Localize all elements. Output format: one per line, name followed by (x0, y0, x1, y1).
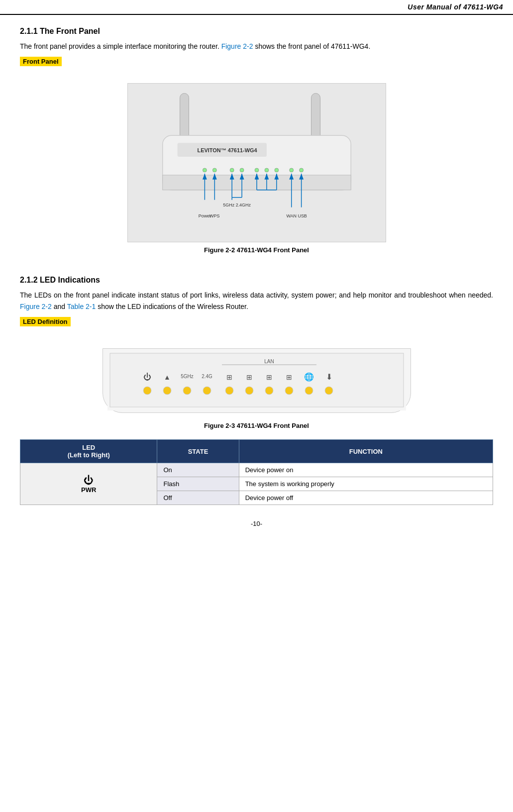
svg-point-49 (143, 387, 151, 395)
svg-text:⊞: ⊞ (266, 373, 272, 381)
svg-text:⊞: ⊞ (246, 373, 252, 381)
table-row-pwr-on: ⏻ PWR On Device power on (20, 463, 493, 477)
svg-text:🌐: 🌐 (304, 372, 314, 382)
svg-point-57 (305, 387, 313, 395)
col-state-header: STATE (157, 440, 239, 463)
para-text-cont: shows the front panel of 47611-WG4. (255, 42, 370, 50)
svg-rect-3 (180, 94, 189, 141)
page-number: -10- (20, 520, 493, 527)
para-212-mid: and (54, 303, 65, 310)
figure-2-3-caption: Figure 2-3 47611-WG4 Front Panel (204, 422, 309, 429)
state-flash: Flash (157, 477, 239, 491)
svg-text:2.4G: 2.4G (202, 374, 212, 379)
router-image: LEVITON™ 47611-WG4 (127, 83, 386, 242)
section-212-heading: 2.1.2 LED Indications (20, 276, 493, 285)
svg-point-15 (274, 168, 278, 172)
svg-point-56 (285, 387, 293, 395)
label-box-led: LED Definition (20, 317, 71, 326)
func-off: Device power off (239, 491, 493, 505)
svg-point-12 (240, 168, 244, 172)
para-212-end: show the LED indications of the Wireless… (98, 303, 248, 310)
para-212-start: The LEDs on the front panel indicate ins… (20, 291, 493, 299)
svg-point-55 (265, 387, 273, 395)
led-definition-label: LED Definition (20, 317, 493, 333)
svg-text:⊞: ⊞ (226, 373, 232, 381)
main-content: 2.1.1 The Front Panel The front panel pr… (0, 15, 513, 547)
section-211-heading: 2.1.1 The Front Panel (20, 27, 493, 36)
col-function-header: FUNCTION (239, 440, 493, 463)
para-text: The front panel provides a simple interf… (20, 42, 219, 50)
pwr-label: PWR (81, 486, 96, 494)
svg-text:▲: ▲ (164, 373, 171, 381)
svg-point-11 (230, 168, 234, 172)
page-header: User Manual of 47611-WG4 (0, 0, 513, 15)
svg-point-13 (255, 168, 259, 172)
figure-link-2[interactable]: Figure 2-2 (20, 303, 52, 310)
svg-rect-4 (311, 94, 320, 141)
svg-point-54 (245, 387, 253, 395)
figure-link-1[interactable]: Figure 2-2 (221, 42, 253, 50)
svg-point-9 (203, 168, 206, 172)
svg-text:⊞: ⊞ (286, 373, 292, 381)
svg-text:USB: USB (298, 213, 307, 218)
figure-2-2-container: LEVITON™ 47611-WG4 (20, 83, 493, 254)
svg-point-17 (299, 168, 303, 172)
svg-text:5GHz 2.4GHz: 5GHz 2.4GHz (223, 203, 251, 207)
pwr-icon: ⏻ (26, 475, 151, 486)
svg-point-53 (225, 387, 233, 395)
svg-text:⏻: ⏻ (143, 373, 151, 381)
svg-text:LAN: LAN (264, 359, 274, 364)
svg-text:WPS: WPS (209, 213, 219, 218)
led-panel-image: LAN ⏻ ▲ 5GHz 2.4G ⊞ ⊞ ⊞ ⊞ 🌐 ⬇ (103, 348, 411, 413)
svg-rect-36 (110, 353, 404, 407)
figure-2-2-caption: Figure 2-2 47611-WG4 Front Panel (204, 246, 309, 254)
router-svg: LEVITON™ 47611-WG4 (128, 83, 386, 242)
state-on: On (157, 463, 239, 477)
section-212-para: The LEDs on the front panel indicate ins… (20, 290, 493, 312)
svg-point-51 (183, 387, 191, 395)
section-211-para: The front panel provides a simple interf… (20, 41, 493, 52)
svg-point-50 (163, 387, 171, 395)
col-led-header: LED(Left to Right) (20, 440, 157, 463)
svg-text:5GHz: 5GHz (181, 374, 194, 379)
table-link-1[interactable]: Table 2-1 (67, 303, 96, 310)
svg-text:WAN: WAN (286, 213, 297, 218)
svg-point-14 (264, 168, 268, 172)
svg-point-58 (325, 387, 333, 395)
led-table: LED(Left to Right) STATE FUNCTION ⏻ PWR … (20, 439, 493, 505)
svg-point-52 (203, 387, 211, 395)
func-on: Device power on (239, 463, 493, 477)
func-flash: The system is working properly (239, 477, 493, 491)
svg-text:LEVITON™  47611-WG4: LEVITON™ 47611-WG4 (197, 147, 257, 153)
state-off: Off (157, 491, 239, 505)
pwr-led-cell: ⏻ PWR (20, 463, 157, 505)
led-panel-svg: LAN ⏻ ▲ 5GHz 2.4G ⊞ ⊞ ⊞ ⊞ 🌐 ⬇ (107, 351, 406, 410)
svg-point-10 (212, 168, 216, 172)
figure-2-3-container: LAN ⏻ ▲ 5GHz 2.4G ⊞ ⊞ ⊞ ⊞ 🌐 ⬇ (20, 343, 493, 429)
label-box-front: Front Panel (20, 57, 62, 66)
front-panel-label: Front Panel (20, 57, 493, 73)
svg-text:⬇: ⬇ (325, 373, 332, 381)
table-header-row: LED(Left to Right) STATE FUNCTION (20, 440, 493, 463)
svg-point-16 (289, 168, 293, 172)
